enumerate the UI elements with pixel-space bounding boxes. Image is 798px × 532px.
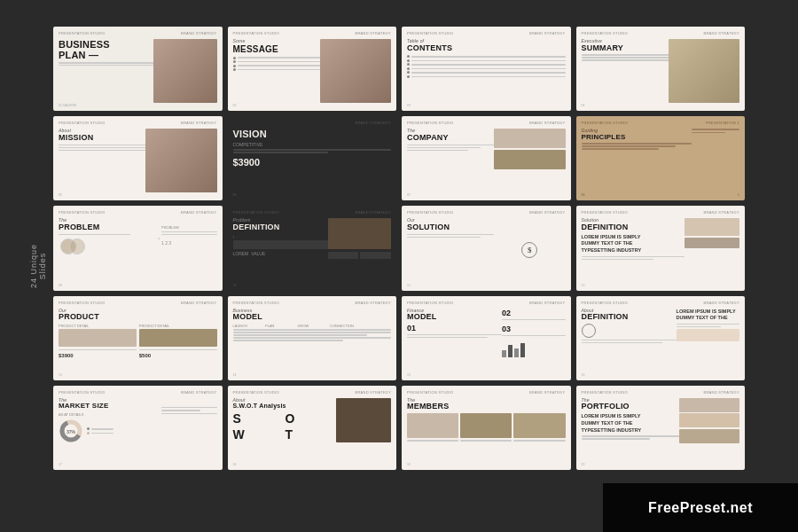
slide-12-title: Solution DEFINITION bbox=[582, 218, 685, 231]
slide-mission[interactable]: PRESENTATION STUDIOBRAND STRATEGY About … bbox=[53, 116, 223, 200]
slide-17-r1 bbox=[161, 407, 216, 409]
slide-7-body: The COMPANY bbox=[407, 129, 566, 192]
slide-10-title: Problem DEFINITION bbox=[233, 218, 328, 231]
slide-product[interactable]: PRESENTATION STUDIOBRAND STRATEGY Our PR… bbox=[53, 296, 223, 380]
slide-17-footer: 17 bbox=[59, 463, 217, 466]
slide-16-footer: 16 bbox=[582, 373, 740, 377]
slide-principles[interactable]: PRESENTATION STUDIOPRESENTATION 1 Guidin… bbox=[576, 116, 746, 200]
slide-20-header: PRESENTATION STUDIOBRAND STRATEGY bbox=[582, 390, 740, 395]
slide-10-header: PRESENTATION STUDIOBRAND STRATEGY bbox=[233, 210, 392, 215]
slide-6-body: VISION COMPETITIVE $3900 bbox=[233, 129, 392, 192]
slide-13-title: Our PRODUCT bbox=[59, 309, 217, 322]
slide-definition-solution[interactable]: PRESENTATION STUDIOBRAND STRATEGY Soluti… bbox=[576, 206, 746, 290]
bar-chart bbox=[502, 340, 565, 357]
slide-8-footer: 081 bbox=[582, 193, 740, 197]
slide-5-body: About MISSION bbox=[59, 129, 217, 192]
slide-message[interactable]: PRESENTATION STUDIOBRAND STRATEGY Some M… bbox=[228, 27, 397, 111]
slide-13-cols: PRODUCT DETAIL $3900 PRODUCT DETAIL $500 bbox=[59, 324, 217, 358]
swot-letters: S O W T bbox=[233, 411, 336, 442]
slide-6-footer: 06 bbox=[233, 193, 392, 197]
slide-18-body: About S.W.O.T Analysis S O W T bbox=[233, 398, 392, 462]
slide-8-body: Guiding PRINCIPLES bbox=[582, 129, 740, 192]
slide-4-body: Executive SUMMARY bbox=[582, 39, 740, 103]
slide-5-footer: 05 bbox=[59, 193, 217, 197]
slide-business-plan[interactable]: PRESENTATION STUDIOBRAND STRATEGY BUSINE… bbox=[53, 27, 223, 111]
slide-18-title: About S.W.O.T Analysis bbox=[233, 398, 336, 410]
slide-summary[interactable]: PRESENTATION STUDIOBRAND STRATEGY Execut… bbox=[576, 27, 746, 111]
slide-business-model[interactable]: PRESENTATION STUDIOBRAND STRATEGY Busine… bbox=[228, 296, 397, 380]
slide-company[interactable]: PRESENTATION STUDIOBRAND STRATEGY The CO… bbox=[402, 116, 571, 200]
slide-1-img bbox=[153, 39, 216, 103]
slide-8-r1 bbox=[692, 129, 739, 130]
slide-3-items bbox=[407, 55, 566, 78]
slide-definition-problem[interactable]: PRESENTATION STUDIOBRAND STRATEGY Proble… bbox=[228, 206, 397, 290]
slides-grid: PRESENTATION STUDIOBRAND STRATEGY BUSINE… bbox=[0, 0, 798, 532]
slide-market-size[interactable]: PRESENTATION STUDIOBRAND STRATEGY The MA… bbox=[53, 386, 223, 470]
slide-11-line2 bbox=[407, 237, 481, 239]
slide-1-footer: 01 GALERIE bbox=[59, 104, 217, 107]
slide-2-body: Some MESSAGE bbox=[233, 39, 392, 103]
slide-7-line3 bbox=[407, 150, 468, 152]
slide-about-definition[interactable]: PRESENTATION STUDIOBRAND STRATEGY About … bbox=[576, 296, 746, 380]
slide-17-title: The MARKET SIZE bbox=[59, 398, 161, 411]
slide-20-line2 bbox=[582, 438, 650, 440]
slide-19-line2 bbox=[460, 440, 512, 442]
slide-8-title: Guiding PRINCIPLES bbox=[582, 129, 692, 141]
swot-t: T bbox=[286, 427, 336, 442]
slide-8-header: PRESENTATION STUDIOPRESENTATION 1 bbox=[582, 121, 740, 125]
slide-8-line3 bbox=[582, 148, 659, 150]
slide-17-body: The MARKET SIZE AS AT DETAILS 37% bbox=[59, 398, 217, 462]
slide-7-header: PRESENTATION STUDIOBRAND STRATEGY bbox=[407, 121, 566, 125]
slide-7-title: The COMPANY bbox=[407, 129, 494, 142]
slide-4-footer: 04 bbox=[582, 104, 740, 107]
slide-19-line1 bbox=[407, 440, 458, 442]
slide-vision[interactable]: BRAND STRATEGY VISION COMPETITIVE $3900 … bbox=[228, 116, 397, 200]
slide-finance-model[interactable]: PRESENTATION STUDIOBRAND STRATEGY Financ… bbox=[402, 296, 571, 380]
slide-11-header: PRESENTATION STUDIOBRAND STRATEGY bbox=[407, 210, 566, 215]
slide-3-footer: 03 bbox=[407, 104, 566, 107]
slide-14-row3 bbox=[233, 337, 392, 339]
side-label-line2: Slides bbox=[38, 244, 47, 288]
slide-members[interactable]: PRESENTATION STUDIOBRAND STRATEGY The ME… bbox=[402, 386, 571, 470]
slide-19-title: The MEMBERS bbox=[407, 398, 566, 411]
slide-20-title: The PORTFOLIO bbox=[582, 398, 680, 411]
slide-portfolio[interactable]: PRESENTATION STUDIOBRAND STRATEGY The PO… bbox=[576, 386, 746, 470]
slide-14-row4 bbox=[233, 340, 344, 341]
slide-12-body: Solution DEFINITION LOREM IPSUM IS SIMPL… bbox=[582, 218, 740, 282]
swot-o: O bbox=[286, 411, 336, 426]
slide-17-r3 bbox=[161, 413, 216, 415]
slide-12-line2 bbox=[582, 259, 653, 261]
slide-19-line3 bbox=[513, 440, 565, 442]
slide-15-line2 bbox=[407, 337, 488, 339]
slide-swot[interactable]: PRESENTATION STUDIOBRAND STRATEGY About … bbox=[228, 386, 397, 470]
slide-3-title: Table of CONTENTS bbox=[407, 39, 566, 52]
slide-2-img bbox=[320, 39, 391, 103]
slide-1-header: PRESENTATION STUDIOBRAND STRATEGY bbox=[59, 31, 217, 35]
watermark: FreePreset.net bbox=[603, 483, 798, 532]
slide-11-title: Our SOLUTION bbox=[407, 218, 494, 231]
slide-4-img bbox=[669, 39, 739, 103]
slide-13-body: Our PRODUCT PRODUCT DETAIL $3900 PRODUCT… bbox=[59, 309, 217, 372]
slide-9-header: PRESENTATION STUDIOBRAND STRATEGY bbox=[59, 210, 217, 215]
side-label: 24 Unique Slides bbox=[29, 244, 47, 288]
slide-problem[interactable]: PRESENTATION STUDIOBRAND STRATEGY The PR… bbox=[53, 206, 223, 290]
donut-chart-svg: 37% bbox=[59, 419, 83, 443]
slide-15-footer: 15 bbox=[407, 373, 566, 377]
dollar-sign: $ bbox=[521, 242, 537, 258]
slide-14-row2 bbox=[233, 334, 368, 336]
slide-solution[interactable]: PRESENTATION STUDIOBRAND STRATEGY Our SO… bbox=[402, 206, 571, 290]
slide-9-body: The PROBLEM ? PROBLEM bbox=[59, 218, 217, 282]
slide-18-footer: 18 bbox=[233, 463, 392, 466]
slide-15-header: PRESENTATION STUDIOBRAND STRATEGY bbox=[407, 301, 566, 305]
slide-17-header: PRESENTATION STUDIOBRAND STRATEGY bbox=[59, 390, 217, 395]
slide-14-divider bbox=[233, 329, 392, 331]
slide-19-body: The MEMBERS bbox=[407, 398, 566, 462]
slide-contents[interactable]: PRESENTATION STUDIOBRAND STRATEGY Table … bbox=[402, 27, 571, 111]
slide-10-body: Problem DEFINITION ? LOREM VALUE bbox=[233, 218, 392, 282]
slide-7-footer: 07 bbox=[407, 193, 566, 197]
slide-19-footer: 19 bbox=[407, 463, 566, 466]
slide-16-title: About DEFINITION bbox=[582, 309, 677, 322]
slide-14-body: Business MODEL LAUNCH PLAN GROW CONNECTI… bbox=[233, 309, 392, 372]
svg-text:37%: 37% bbox=[66, 429, 76, 434]
slide-20-footer: 20 bbox=[582, 463, 740, 466]
